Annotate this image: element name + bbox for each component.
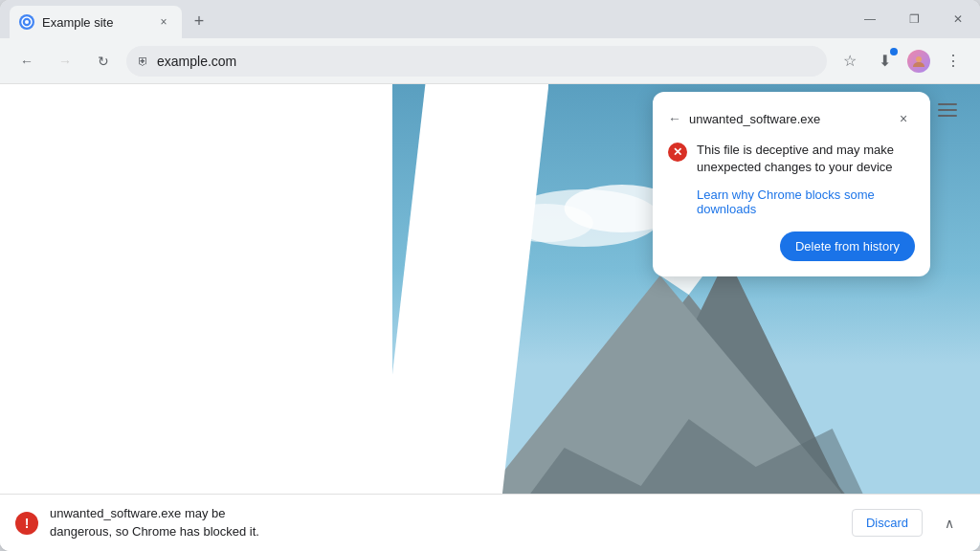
download-bar-line2: dangerous, so Chrome has blocked it. bbox=[50, 523, 840, 540]
tab-close-button[interactable]: × bbox=[155, 13, 172, 31]
toolbar: ← → ↻ ⛨ example.com ☆ ⬇ ⋮ bbox=[0, 38, 980, 84]
popup-filename: unwanted_software.exe bbox=[689, 112, 820, 126]
tab-bar: Example site × + — ❐ ✕ bbox=[0, 0, 980, 38]
delete-from-history-button[interactable]: Delete from history bbox=[780, 231, 915, 261]
address-bar[interactable]: ⛨ example.com bbox=[126, 46, 827, 77]
popup-body: ✕ This file is deceptive and may make un… bbox=[668, 142, 915, 176]
refresh-button[interactable]: ↻ bbox=[88, 46, 119, 77]
warning-text: This file is deceptive and may make unex… bbox=[697, 142, 915, 176]
content-area: ← unwanted_software.exe × ✕ This file is… bbox=[0, 84, 980, 551]
popup-back-button[interactable]: ← bbox=[668, 111, 681, 126]
browser-window: Example site × + — ❐ ✕ ← → ↻ ⛨ example.c… bbox=[0, 0, 980, 551]
learn-more-link[interactable]: Learn why Chrome blocks some downloads bbox=[697, 187, 915, 216]
hamburger-line-2 bbox=[938, 109, 957, 111]
active-tab[interactable]: Example site × bbox=[10, 6, 182, 38]
close-button[interactable]: ✕ bbox=[936, 0, 980, 38]
popup-close-button[interactable]: × bbox=[892, 107, 915, 130]
svg-point-2 bbox=[916, 56, 922, 62]
download-badge bbox=[890, 48, 898, 55]
security-icon: ⛨ bbox=[138, 55, 149, 68]
tab-title: Example site bbox=[42, 15, 147, 30]
bookmark-button[interactable]: ☆ bbox=[835, 46, 865, 77]
download-bar-line1: unwanted_software.exe may be bbox=[50, 505, 840, 522]
popup-header: ← unwanted_software.exe × bbox=[668, 107, 915, 130]
new-tab-button[interactable]: + bbox=[186, 8, 212, 34]
download-bar-text: unwanted_software.exe may be dangerous, … bbox=[50, 505, 840, 540]
menu-button[interactable]: ⋮ bbox=[938, 46, 969, 77]
popup-header-left: ← unwanted_software.exe bbox=[668, 111, 820, 126]
user-avatar bbox=[907, 50, 930, 73]
toolbar-actions: ☆ ⬇ ⋮ bbox=[835, 46, 969, 77]
avatar-button[interactable] bbox=[903, 46, 934, 77]
forward-button[interactable]: → bbox=[50, 46, 80, 77]
svg-point-1 bbox=[25, 20, 29, 24]
hamburger-button[interactable] bbox=[930, 96, 965, 124]
back-button[interactable]: ← bbox=[11, 46, 42, 77]
download-bar: ! unwanted_software.exe may be dangerous… bbox=[0, 494, 980, 551]
hamburger-line-3 bbox=[938, 115, 957, 117]
address-text: example.com bbox=[157, 54, 815, 69]
maximize-button[interactable]: ❐ bbox=[892, 0, 936, 38]
hamburger-line-1 bbox=[938, 103, 957, 105]
download-bar-error-icon: ! bbox=[15, 512, 38, 535]
minimize-button[interactable]: — bbox=[848, 0, 892, 38]
expand-button[interactable]: ∧ bbox=[934, 508, 965, 539]
download-button[interactable]: ⬇ bbox=[869, 46, 900, 77]
discard-button[interactable]: Discard bbox=[852, 509, 923, 537]
window-controls: — ❐ ✕ bbox=[848, 0, 980, 38]
popup-actions: Delete from history bbox=[668, 231, 915, 261]
error-icon: ✕ bbox=[668, 143, 687, 162]
tab-favicon bbox=[19, 14, 34, 30]
download-warning-popup: ← unwanted_software.exe × ✕ This file is… bbox=[653, 92, 930, 276]
white-content-area bbox=[0, 84, 441, 551]
